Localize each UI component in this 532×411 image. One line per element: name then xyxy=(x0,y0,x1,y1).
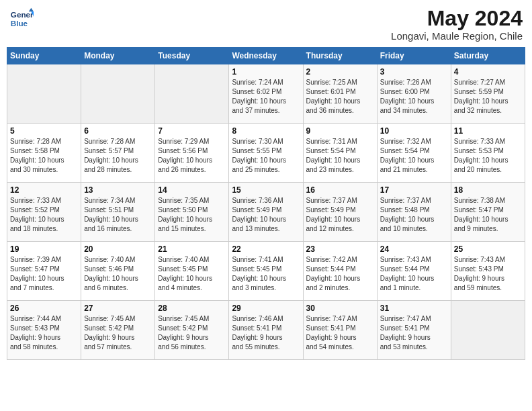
day-number: 10 xyxy=(380,126,448,136)
day-cell: 4Sunrise: 7:27 AM Sunset: 5:59 PM Daylig… xyxy=(451,64,525,124)
day-number: 11 xyxy=(454,126,522,136)
day-number: 18 xyxy=(454,185,522,195)
day-number: 28 xyxy=(158,304,226,313)
day-cell: 23Sunrise: 7:42 AM Sunset: 5:44 PM Dayli… xyxy=(303,242,377,301)
day-number: 3 xyxy=(380,67,448,77)
day-cell: 5Sunrise: 7:28 AM Sunset: 5:58 PM Daylig… xyxy=(7,124,81,183)
header-row: SundayMondayTuesdayWednesdayThursdayFrid… xyxy=(7,48,525,64)
day-info: Sunrise: 7:30 AM Sunset: 5:55 PM Dayligh… xyxy=(232,137,300,175)
day-info: Sunrise: 7:46 AM Sunset: 5:41 PM Dayligh… xyxy=(232,314,300,352)
column-header-wednesday: Wednesday xyxy=(229,48,303,64)
day-number: 31 xyxy=(380,304,448,313)
day-info: Sunrise: 7:29 AM Sunset: 5:56 PM Dayligh… xyxy=(158,137,226,175)
day-number: 22 xyxy=(232,244,300,254)
day-cell: 28Sunrise: 7:45 AM Sunset: 5:42 PM Dayli… xyxy=(155,301,229,360)
day-number: 24 xyxy=(380,244,448,254)
day-info: Sunrise: 7:33 AM Sunset: 5:52 PM Dayligh… xyxy=(10,196,78,234)
day-info: Sunrise: 7:47 AM Sunset: 5:41 PM Dayligh… xyxy=(380,314,448,352)
day-cell: 10Sunrise: 7:32 AM Sunset: 5:54 PM Dayli… xyxy=(377,124,451,183)
column-header-saturday: Saturday xyxy=(451,48,525,64)
day-number: 19 xyxy=(10,244,78,254)
day-info: Sunrise: 7:39 AM Sunset: 5:47 PM Dayligh… xyxy=(10,255,78,293)
day-cell: 26Sunrise: 7:44 AM Sunset: 5:43 PM Dayli… xyxy=(7,301,81,360)
day-info: Sunrise: 7:37 AM Sunset: 5:49 PM Dayligh… xyxy=(306,196,374,234)
day-number: 14 xyxy=(158,185,226,195)
day-number: 16 xyxy=(306,185,374,195)
day-number: 21 xyxy=(158,244,226,254)
day-info: Sunrise: 7:26 AM Sunset: 6:00 PM Dayligh… xyxy=(380,78,448,116)
day-info: Sunrise: 7:25 AM Sunset: 6:01 PM Dayligh… xyxy=(306,78,374,116)
week-row-2: 5Sunrise: 7:28 AM Sunset: 5:58 PM Daylig… xyxy=(7,124,525,183)
day-cell: 25Sunrise: 7:43 AM Sunset: 5:43 PM Dayli… xyxy=(451,242,525,301)
day-info: Sunrise: 7:33 AM Sunset: 5:53 PM Dayligh… xyxy=(454,137,522,175)
day-number: 17 xyxy=(380,185,448,195)
day-info: Sunrise: 7:35 AM Sunset: 5:50 PM Dayligh… xyxy=(158,196,226,234)
day-cell: 11Sunrise: 7:33 AM Sunset: 5:53 PM Dayli… xyxy=(451,124,525,183)
column-header-tuesday: Tuesday xyxy=(155,48,229,64)
day-info: Sunrise: 7:27 AM Sunset: 5:59 PM Dayligh… xyxy=(454,78,522,116)
day-cell: 3Sunrise: 7:26 AM Sunset: 6:00 PM Daylig… xyxy=(377,64,451,124)
column-header-friday: Friday xyxy=(377,48,451,64)
day-cell: 16Sunrise: 7:37 AM Sunset: 5:49 PM Dayli… xyxy=(303,183,377,242)
day-cell: 12Sunrise: 7:33 AM Sunset: 5:52 PM Dayli… xyxy=(7,183,81,242)
day-number: 6 xyxy=(84,126,152,136)
day-number: 25 xyxy=(454,244,522,254)
day-cell: 18Sunrise: 7:38 AM Sunset: 5:47 PM Dayli… xyxy=(451,183,525,242)
day-info: Sunrise: 7:36 AM Sunset: 5:49 PM Dayligh… xyxy=(232,196,300,234)
day-number: 7 xyxy=(158,126,226,136)
day-cell xyxy=(155,64,229,124)
day-info: Sunrise: 7:38 AM Sunset: 5:47 PM Dayligh… xyxy=(454,196,522,234)
day-cell: 17Sunrise: 7:37 AM Sunset: 5:48 PM Dayli… xyxy=(377,183,451,242)
day-info: Sunrise: 7:40 AM Sunset: 5:46 PM Dayligh… xyxy=(84,255,152,293)
day-info: Sunrise: 7:31 AM Sunset: 5:54 PM Dayligh… xyxy=(306,137,374,175)
svg-text:Blue: Blue xyxy=(11,19,28,28)
day-cell: 30Sunrise: 7:47 AM Sunset: 5:41 PM Dayli… xyxy=(303,301,377,360)
day-cell: 22Sunrise: 7:41 AM Sunset: 5:45 PM Dayli… xyxy=(229,242,303,301)
week-row-3: 12Sunrise: 7:33 AM Sunset: 5:52 PM Dayli… xyxy=(7,183,525,242)
day-cell: 27Sunrise: 7:45 AM Sunset: 5:42 PM Dayli… xyxy=(81,301,155,360)
day-info: Sunrise: 7:24 AM Sunset: 6:02 PM Dayligh… xyxy=(232,78,300,116)
day-number: 29 xyxy=(232,304,300,313)
day-number: 30 xyxy=(306,304,374,313)
day-number: 26 xyxy=(10,304,78,313)
day-number: 9 xyxy=(306,126,374,136)
column-header-thursday: Thursday xyxy=(303,48,377,64)
day-cell xyxy=(81,64,155,124)
logo-icon: General Blue xyxy=(9,7,34,31)
day-cell: 9Sunrise: 7:31 AM Sunset: 5:54 PM Daylig… xyxy=(303,124,377,183)
day-number: 5 xyxy=(10,126,78,136)
day-cell: 24Sunrise: 7:43 AM Sunset: 5:44 PM Dayli… xyxy=(377,242,451,301)
day-info: Sunrise: 7:41 AM Sunset: 5:45 PM Dayligh… xyxy=(232,255,300,293)
day-cell: 13Sunrise: 7:34 AM Sunset: 5:51 PM Dayli… xyxy=(81,183,155,242)
day-info: Sunrise: 7:44 AM Sunset: 5:43 PM Dayligh… xyxy=(10,314,78,352)
day-number: 13 xyxy=(84,185,152,195)
day-number: 23 xyxy=(306,244,374,254)
day-cell: 19Sunrise: 7:39 AM Sunset: 5:47 PM Dayli… xyxy=(7,242,81,301)
day-info: Sunrise: 7:45 AM Sunset: 5:42 PM Dayligh… xyxy=(84,314,152,352)
day-cell xyxy=(7,64,81,124)
day-cell: 6Sunrise: 7:28 AM Sunset: 5:57 PM Daylig… xyxy=(81,124,155,183)
day-info: Sunrise: 7:40 AM Sunset: 5:45 PM Dayligh… xyxy=(158,255,226,293)
day-cell: 14Sunrise: 7:35 AM Sunset: 5:50 PM Dayli… xyxy=(155,183,229,242)
day-cell: 21Sunrise: 7:40 AM Sunset: 5:45 PM Dayli… xyxy=(155,242,229,301)
title-area: May 2024 Longavi, Maule Region, Chile xyxy=(391,7,523,42)
column-header-sunday: Sunday xyxy=(7,48,81,64)
day-cell: 7Sunrise: 7:29 AM Sunset: 5:56 PM Daylig… xyxy=(155,124,229,183)
day-number: 8 xyxy=(232,126,300,136)
day-number: 20 xyxy=(84,244,152,254)
day-info: Sunrise: 7:43 AM Sunset: 5:43 PM Dayligh… xyxy=(454,255,522,293)
day-cell: 29Sunrise: 7:46 AM Sunset: 5:41 PM Dayli… xyxy=(229,301,303,360)
day-cell: 1Sunrise: 7:24 AM Sunset: 6:02 PM Daylig… xyxy=(229,64,303,124)
week-row-5: 26Sunrise: 7:44 AM Sunset: 5:43 PM Dayli… xyxy=(7,301,525,360)
day-info: Sunrise: 7:28 AM Sunset: 5:57 PM Dayligh… xyxy=(84,137,152,175)
day-info: Sunrise: 7:34 AM Sunset: 5:51 PM Dayligh… xyxy=(84,196,152,234)
day-cell xyxy=(451,301,525,360)
day-number: 4 xyxy=(454,67,522,77)
day-number: 27 xyxy=(84,304,152,313)
day-info: Sunrise: 7:43 AM Sunset: 5:44 PM Dayligh… xyxy=(380,255,448,293)
week-row-4: 19Sunrise: 7:39 AM Sunset: 5:47 PM Dayli… xyxy=(7,242,525,301)
column-header-monday: Monday xyxy=(81,48,155,64)
location-subtitle: Longavi, Maule Region, Chile xyxy=(391,30,523,42)
day-number: 12 xyxy=(10,185,78,195)
day-cell: 20Sunrise: 7:40 AM Sunset: 5:46 PM Dayli… xyxy=(81,242,155,301)
